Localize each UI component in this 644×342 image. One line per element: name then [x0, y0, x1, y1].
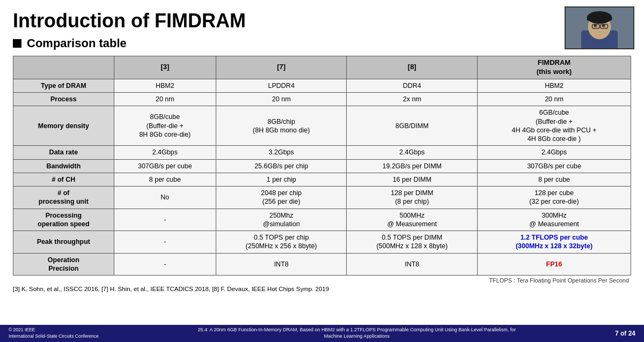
comparison-table: [3] [7] [8] FIMDRAM(this work) Type of D…: [13, 56, 631, 276]
table-cell: -: [114, 231, 216, 254]
table-cell: 128 per DIMM(8 per chip): [347, 187, 478, 209]
col-header-label: [13, 56, 114, 79]
table-cell: -: [114, 253, 216, 276]
table-row-label: Memory density: [13, 106, 114, 146]
table-cell: -: [114, 209, 216, 231]
svg-rect-4: [587, 17, 612, 21]
table-row-label: OperationPrecision: [13, 253, 114, 276]
table-row-label: # ofprocessing unit: [13, 187, 114, 209]
table-row-label: Bandwidth: [13, 159, 114, 173]
table-cell-fim: 128 per cube(32 per core-die): [478, 187, 631, 209]
table-cell: 2048 per chip(256 per die): [216, 187, 347, 209]
table-row-label: Data rate: [13, 146, 114, 159]
table-cell-fim: 20 nm: [478, 93, 631, 106]
footer-copyright: © 2021 IEEE: [9, 327, 99, 333]
col-header-7: [7]: [216, 56, 347, 79]
table-cell: 307GB/s per cube: [114, 159, 216, 173]
footer-conference: International Solid-State Circuits Confe…: [9, 333, 99, 340]
table-cell-fim: 2.4Gbps: [478, 146, 631, 159]
footer-center: 25.4: A 20nm 6GB Function-In-Memory DRAM…: [99, 327, 615, 339]
table-cell: INT8: [347, 253, 478, 276]
table-cell-fim: 307GB/s per cube: [478, 159, 631, 173]
references-footnote: [3] K. Sohn, et al., ISSCC 2016, [7] H. …: [13, 286, 631, 292]
table-cell: 20 nm: [216, 93, 347, 106]
table-cell: 16 per DIMM: [347, 173, 478, 186]
table-cell-fim: 6GB/cube(Buffer-die +4H 4Gb core-die wit…: [478, 106, 631, 146]
table-cell: 8GB/DIMM: [347, 106, 478, 146]
table-cell: 1 per chip: [216, 173, 347, 186]
page-title: Introduction of FIMDRAM: [13, 10, 631, 32]
table-cell: 3.2Gbps: [216, 146, 347, 159]
footer-bar: © 2021 IEEE International Solid-State Ci…: [0, 325, 644, 342]
footer-left: © 2021 IEEE International Solid-State Ci…: [9, 327, 99, 340]
slide-subtitle: Comparison table: [13, 36, 631, 50]
table-row-label: Type of DRAM: [13, 79, 114, 92]
table-cell: HBM2: [114, 79, 216, 92]
table-cell-fim: FP16: [478, 253, 631, 276]
table-cell: 250Mhz@simulation: [216, 209, 347, 231]
table-row-label: Processingoperation speed: [13, 209, 114, 231]
table-cell: 8GB/chip(8H 8Gb mono die): [216, 106, 347, 146]
table-cell-fim: HBM2: [478, 79, 631, 92]
table-cell: 0.5 TOPS per chip(250MHz x 256 x 8byte): [216, 231, 347, 254]
table-cell-fim: 300MHz@ Measurement: [478, 209, 631, 231]
table-cell: 0.5 TOPS per DIMM(500MHz x 128 x 8byte): [347, 231, 478, 254]
table-cell: 2x nm: [347, 93, 478, 106]
table-cell: INT8: [216, 253, 347, 276]
table-cell: 8 per cube: [114, 173, 216, 186]
tflops-note: TFLOPS : Tera Floating Point Operations …: [13, 277, 631, 284]
table-cell: 8GB/cube(Buffer-die +8H 8Gb core-die): [114, 106, 216, 146]
table-row-label: Peak throughput: [13, 231, 114, 254]
table-cell: No: [114, 187, 216, 209]
table-cell: 25.6GB/s per chip: [216, 159, 347, 173]
table-cell: 2.4Gbps: [347, 146, 478, 159]
footer-page-number: 7 of 24: [615, 330, 635, 337]
table-cell-fim: 8 per cube: [478, 173, 631, 186]
table-row-label: Process: [13, 93, 114, 106]
svg-point-5: [594, 25, 597, 27]
table-cell: DDR4: [347, 79, 478, 92]
table-cell: LPDDR4: [216, 79, 347, 92]
table-row-label: # of CH: [13, 173, 114, 186]
table-cell-fim: 1.2 TFLOPS per cube(300MHz x 128 x 32byt…: [478, 231, 631, 254]
col-header-fim: FIMDRAM(this work): [478, 56, 631, 79]
table-cell: 500MHz@ Measurement: [347, 209, 478, 231]
speaker-video: [565, 6, 634, 49]
footer-paper-title-1: 25.4: A 20nm 6GB Function-In-Memory DRAM…: [99, 327, 615, 333]
slide: Introduction of FIMDRAM Comparison table…: [0, 0, 644, 342]
table-cell: 2.4Gbps: [114, 146, 216, 159]
col-header-8: [8]: [347, 56, 478, 79]
svg-point-6: [602, 25, 605, 27]
col-header-3: [3]: [114, 56, 216, 79]
footer-paper-title-2: Machine Learning Applications: [99, 333, 615, 340]
table-cell: 19.2GB/s per DIMM: [347, 159, 478, 173]
bullet-square: [13, 39, 21, 48]
table-cell: 20 nm: [114, 93, 216, 106]
